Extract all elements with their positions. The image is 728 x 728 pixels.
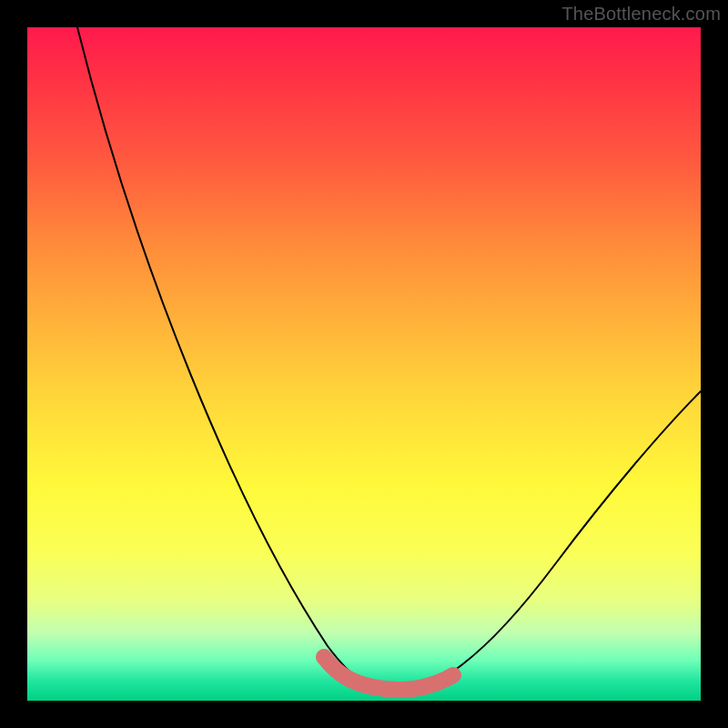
right-branch xyxy=(419,391,701,688)
source-attribution: TheBottleneck.com xyxy=(561,4,721,25)
optimal-range-highlight xyxy=(324,657,453,690)
bottleneck-curve-svg xyxy=(27,27,701,701)
plot-area xyxy=(27,27,701,701)
left-branch xyxy=(77,27,359,679)
outer-frame: TheBottleneck.com xyxy=(0,0,728,728)
